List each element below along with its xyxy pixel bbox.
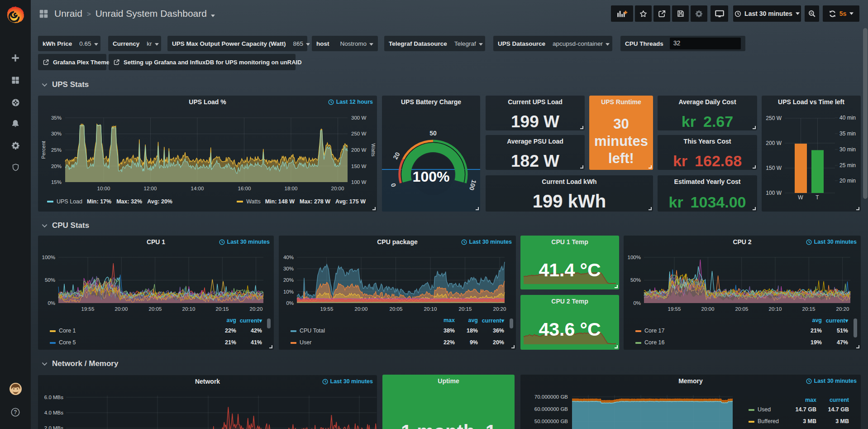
svg-text:20:05: 20:05 [390,306,403,312]
svg-text:40%: 40% [283,255,294,260]
svg-text:19:55: 19:55 [668,306,681,312]
svg-text:20:05: 20:05 [735,306,749,312]
svg-text:6.0 MBs: 6.0 MBs [44,395,63,400]
svg-text:150 W: 150 W [766,165,782,171]
svg-text:20:15: 20:15 [216,306,229,312]
svg-text:20:20: 20:20 [250,306,263,312]
svg-text:20%: 20% [283,277,294,283]
svg-text:T: T [816,194,819,201]
svg-text:Watts: Watts [371,144,376,157]
svg-text:15%: 15% [51,179,62,185]
svg-text:20:10: 20:10 [769,306,782,312]
svg-text:W: W [798,194,803,201]
svg-text:100 W: 100 W [351,179,366,185]
svg-text:19:55: 19:55 [320,306,334,312]
svg-text:16:00: 16:00 [238,186,251,191]
svg-text:2.0 MBs: 2.0 MBs [44,425,63,429]
svg-text:18:00: 18:00 [285,186,298,191]
svg-text:12:00: 12:00 [144,186,157,191]
svg-text:Percent: Percent [41,140,46,159]
svg-text:50: 50 [429,130,437,137]
svg-text:30%: 30% [283,266,294,271]
svg-text:20:00: 20:00 [331,186,344,191]
svg-text:?: ? [14,409,17,415]
svg-text:50%: 50% [45,277,55,283]
svg-text:100%: 100% [628,255,641,260]
svg-text:35 min: 35 min [839,130,856,137]
svg-text:20:10: 20:10 [424,306,437,312]
svg-text:0%: 0% [48,300,55,306]
svg-text:4.0 MBs: 4.0 MBs [44,410,63,415]
svg-text:250 W: 250 W [766,115,782,121]
svg-text:35%: 35% [51,115,62,121]
svg-text:0%: 0% [633,300,641,306]
svg-text:10:00: 10:00 [97,186,110,191]
svg-text:25%: 25% [51,147,62,153]
svg-text:50%: 50% [630,277,641,283]
svg-text:20:15: 20:15 [802,306,816,312]
svg-text:250 W: 250 W [351,131,366,136]
svg-text:20%: 20% [51,164,62,169]
svg-text:10%: 10% [283,289,294,294]
svg-text:200 W: 200 W [766,140,782,146]
svg-text:100%: 100% [42,255,55,260]
svg-text:300 W: 300 W [351,115,366,121]
svg-text:14:00: 14:00 [191,186,204,191]
svg-text:30 min: 30 min [839,146,856,153]
svg-text:40 min: 40 min [839,115,856,121]
svg-text:30%: 30% [51,131,62,136]
svg-text:20:05: 20:05 [149,306,162,312]
svg-text:25 min: 25 min [839,162,856,169]
svg-text:19:55: 19:55 [81,306,95,312]
svg-text:20:00: 20:00 [115,306,128,312]
svg-text:200 W: 200 W [351,147,366,153]
svg-text:20:00: 20:00 [355,306,368,312]
svg-text:0%: 0% [286,300,294,306]
svg-text:20:10: 20:10 [182,306,196,312]
svg-text:100 W: 100 W [766,190,782,196]
svg-text:20:20: 20:20 [493,306,506,312]
svg-text:20:00: 20:00 [701,306,715,312]
svg-text:20:20: 20:20 [836,306,849,312]
svg-text:20 min: 20 min [839,178,856,184]
svg-text:20:15: 20:15 [459,306,472,312]
svg-text:150 W: 150 W [351,164,366,169]
svg-text:20: 20 [391,151,401,160]
